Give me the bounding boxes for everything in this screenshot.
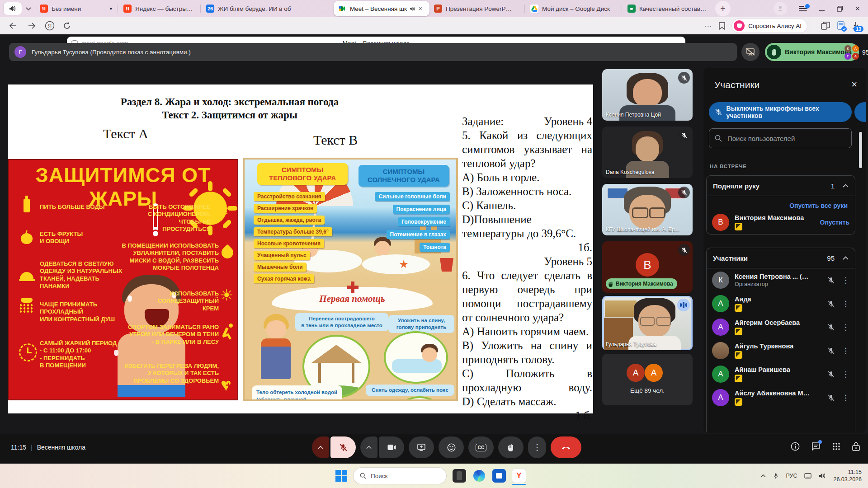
yandex-browser-taskbar-icon[interactable]: Y [512, 469, 526, 483]
more-options-icon[interactable]: ⋮ [842, 393, 849, 403]
captions-button[interactable]: CC [468, 436, 494, 458]
person-icon [777, 5, 784, 12]
participant-row[interactable]: А Айслу Абикеновна Му... ⋮ [707, 386, 855, 409]
mic-options-button[interactable] [312, 436, 329, 458]
participant-row[interactable]: А Айгерим Осербаева ⋮ [707, 315, 855, 339]
tab-yandex-search[interactable]: Я Яндекс — быстрый поиск [119, 1, 199, 16]
tabs-audio-button[interactable] [4, 2, 22, 15]
forward-button[interactable] [25, 19, 38, 32]
chat-button[interactable] [811, 442, 821, 451]
hidden-icons-chevron[interactable] [760, 474, 766, 478]
participant-video-active-speaker[interactable]: Гульдарья Тусупова [602, 296, 693, 350]
browser-profile-avatar[interactable] [774, 2, 787, 15]
symptom-chip: Сильные головные боли [375, 192, 450, 201]
participant-row[interactable]: К Ксения Петровна ... (вы) Организатор ⋮ [707, 268, 855, 292]
collections-icon[interactable] [821, 22, 830, 30]
tab-powerpoint[interactable]: P Презентация PowerPoint [429, 1, 524, 16]
participants-list-header[interactable]: Участники 95 [707, 248, 855, 268]
close-button[interactable]: × [855, 5, 860, 12]
protect-status-button[interactable] [837, 21, 845, 30]
browser-toolbar: Я meet.google.com Meet – Весенняя школа … [0, 17, 868, 34]
chevron-up-icon[interactable] [843, 184, 849, 188]
tab-label: Качественный состав пед [639, 5, 707, 12]
tab-calendar[interactable]: 26 ЖИ білім беруде. ИИ в об [202, 1, 334, 16]
tab-google-drive[interactable]: Мой диск – Google Диск [526, 1, 621, 16]
participant-search-input[interactable]: Поиск пользователей [709, 128, 852, 148]
present-button[interactable] [409, 436, 434, 458]
lower-hand-link[interactable]: Опустить [820, 219, 850, 226]
tab-meet-active[interactable]: Meet – Весенняя шк × [334, 1, 429, 16]
participant-row[interactable]: Айгуль Туркенова ⋮ [707, 339, 855, 362]
participant-video[interactable]: Dana Koschegulova [602, 127, 693, 178]
mic-toggle-button-muted[interactable] [330, 436, 356, 458]
camera-options-button[interactable] [360, 436, 377, 458]
mute-all-secondary-button[interactable] [854, 102, 866, 122]
participant-row[interactable]: А Аида ⋮ [707, 292, 855, 315]
taskbar-clock[interactable]: 11:15 26.03.2026 [833, 469, 862, 483]
tabs-list-chevron[interactable] [22, 2, 35, 15]
participant-video[interactable]: Ксения Петровна Цой [602, 69, 693, 121]
raised-hands-header[interactable]: Подняли руку 1 [707, 176, 855, 196]
more-options-icon[interactable]: ⋮ [842, 299, 849, 309]
poster-a-item: БЫТЬ ОСТОРОЖНЕЕ С КОНДИЦИОНЕРОМ, ЧТОБЫ Н… [130, 203, 211, 233]
participant-name: Dana Koschegulova [606, 169, 654, 175]
avatar: В [712, 214, 729, 231]
participant-video[interactable]: B Виктория Максимова [602, 241, 693, 293]
participant-row[interactable]: А Айнаш Ракишева ⋮ [707, 362, 855, 386]
restore-button[interactable] [837, 5, 843, 12]
tray-mic-icon[interactable] [773, 473, 778, 479]
yellow-status-badge [735, 328, 742, 335]
participant-video[interactable]: КГУ Школа-лицей им. А. Ер... [602, 184, 693, 235]
poster-a-item: САМЫЙ ЖАРКИЙ ПЕРИОД - С 11:00 ДО 17:00 -… [40, 340, 117, 369]
activities-grid-icon[interactable] [832, 442, 840, 450]
language-indicator[interactable]: РУС [786, 473, 797, 479]
omnibox-more-icon[interactable]: ⋯ [704, 22, 712, 30]
tray-speaker-icon[interactable] [819, 473, 826, 479]
chevron-up-icon[interactable] [843, 256, 849, 260]
yandex-button[interactable]: Я [43, 19, 56, 32]
stop-presentation-button[interactable] [741, 43, 760, 61]
minimize-button[interactable] [819, 5, 825, 12]
tab-sheets[interactable]: Качественный состав пед [623, 1, 712, 16]
mute-all-button[interactable]: Выключить микрофоны всех участников [709, 102, 852, 122]
back-button[interactable] [6, 19, 19, 32]
ask-alice-label: Спросить Алису AI [748, 23, 802, 29]
reload-button[interactable] [61, 19, 73, 32]
browser-menu-button[interactable] [799, 5, 807, 12]
lower-all-hands-link[interactable]: Опустить все руки [789, 202, 848, 209]
more-options-icon[interactable]: ⋮ [842, 276, 849, 285]
symptom-chip: Мышечные боли [254, 263, 307, 272]
symptom-chip: Отдышка, жажда, рвота [254, 216, 325, 225]
edge-browser-icon[interactable] [472, 469, 486, 483]
tab-untitled[interactable]: Я Без имени ● [35, 1, 117, 16]
panel-scrollbar[interactable] [859, 132, 862, 168]
participant-letter-avatar: А [645, 364, 663, 382]
taskbar-search[interactable]: Поиск [354, 468, 446, 484]
panel-close-button[interactable]: × [851, 79, 857, 90]
meeting-info: 11:15 | Весенняя школа [11, 444, 85, 451]
new-tab-button[interactable]: + [715, 1, 731, 16]
phone-link-icon[interactable] [453, 469, 466, 483]
end-call-button[interactable] [551, 436, 581, 458]
droplet-icon [222, 247, 233, 258]
ask-alice-button[interactable]: Спросить Алису AI [732, 19, 807, 33]
host-controls-lock-icon[interactable] [852, 442, 860, 451]
tab-close-icon[interactable]: × [419, 5, 422, 12]
touch-keyboard-icon[interactable] [804, 473, 811, 479]
participants-count-widget[interactable]: КА ГА 95 [844, 45, 868, 60]
store-icon[interactable] [492, 469, 506, 483]
more-participants-tile[interactable]: А А Ещё 89 чел. [602, 354, 693, 405]
more-options-icon[interactable]: ⋮ [842, 346, 849, 356]
raised-hand-icon [767, 45, 781, 59]
downloads-button[interactable]: 13 [852, 22, 860, 30]
more-options-icon[interactable]: ⋮ [842, 370, 849, 379]
raise-hand-button[interactable] [498, 436, 524, 458]
more-options-icon[interactable]: ⋮ [842, 323, 849, 332]
camera-toggle-button[interactable] [379, 436, 404, 458]
start-button[interactable] [335, 470, 347, 482]
tab-audio-icon[interactable] [410, 6, 415, 11]
more-options-button[interactable]: ⋮ [528, 436, 546, 458]
reactions-button[interactable] [439, 436, 464, 458]
bookmark-icon[interactable] [719, 22, 725, 30]
meeting-details-icon[interactable] [791, 442, 800, 451]
